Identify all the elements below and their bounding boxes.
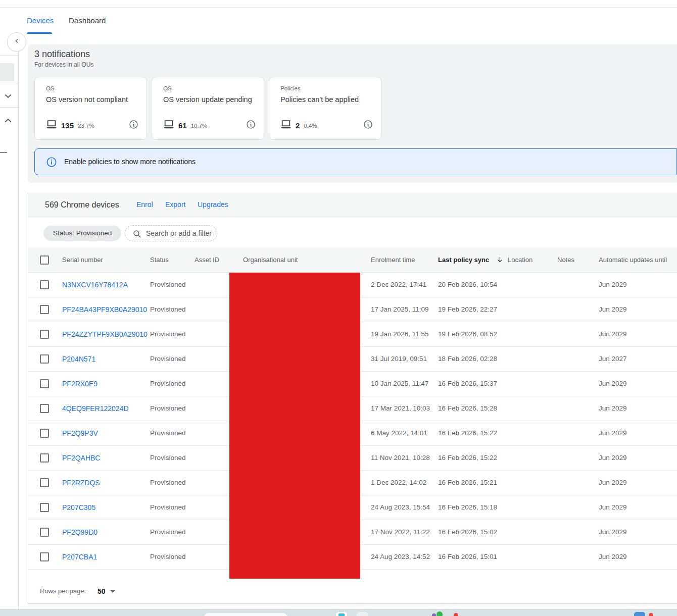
enrolment-time-cell: 31 Jul 2019, 09:51 bbox=[371, 347, 427, 371]
dock-blue-app-icon[interactable] bbox=[634, 612, 645, 616]
dock-red-dot-icon[interactable] bbox=[454, 613, 458, 616]
serial-number-link[interactable]: PF24BA43PF9XB0A29010 bbox=[62, 297, 147, 322]
last-policy-sync-cell: 18 Feb 2026, 02:28 bbox=[438, 347, 497, 371]
search-filter-input[interactable]: Search or add a filter bbox=[125, 225, 217, 241]
rows-per-page-label: Rows per page: bbox=[40, 579, 86, 604]
upgrades-link[interactable]: Upgrades bbox=[198, 192, 228, 217]
row-checkbox[interactable] bbox=[40, 552, 49, 561]
automatic-updates-cell: Jun 2029 bbox=[599, 446, 627, 470]
row-checkbox[interactable] bbox=[40, 280, 49, 289]
dock-search-pill[interactable] bbox=[204, 613, 288, 616]
select-all-checkbox[interactable] bbox=[40, 255, 49, 265]
last-policy-sync-cell: 16 Feb 2026, 15:18 bbox=[438, 495, 497, 520]
search-placeholder: Search or add a filter bbox=[146, 226, 212, 241]
serial-number-link[interactable]: PF2Q99D0 bbox=[62, 520, 98, 544]
automatic-updates-cell: Jun 2029 bbox=[599, 545, 627, 569]
column-header-last-policy-sync[interactable]: Last policy sync bbox=[438, 247, 504, 273]
column-header-organisational-unit[interactable]: Organisational unit bbox=[243, 247, 298, 273]
status-cell: Provisioned bbox=[150, 520, 186, 544]
dock-red-dot-icon[interactable] bbox=[649, 613, 653, 616]
chevron-down-icon[interactable] bbox=[2, 90, 14, 102]
last-policy-sync-cell: 16 Feb 2026, 15:22 bbox=[438, 421, 497, 445]
sort-descending-arrow-icon bbox=[496, 256, 504, 264]
chevron-up-icon[interactable] bbox=[2, 114, 14, 126]
column-header-notes[interactable]: Notes bbox=[557, 247, 574, 273]
status-cell: Provisioned bbox=[150, 322, 186, 346]
last-policy-sync-cell: 19 Feb 2026, 22:27 bbox=[438, 297, 497, 322]
enrol-link[interactable]: Enrol bbox=[136, 192, 153, 217]
info-icon[interactable] bbox=[363, 120, 373, 131]
export-link[interactable]: Export bbox=[165, 192, 185, 217]
serial-number-link[interactable]: PF2QAHBC bbox=[62, 446, 100, 470]
status-cell: Provisioned bbox=[150, 297, 186, 322]
dock-faint-app-icon[interactable] bbox=[357, 612, 368, 616]
sidebar-border bbox=[18, 33, 19, 609]
row-checkbox[interactable] bbox=[40, 379, 49, 388]
sidebar-selected-item[interactable] bbox=[0, 63, 14, 81]
automatic-updates-cell: Jun 2029 bbox=[599, 297, 627, 322]
rows-per-page-value[interactable]: 50 bbox=[98, 579, 106, 604]
laptop-icon bbox=[46, 120, 57, 131]
row-checkbox[interactable] bbox=[40, 354, 49, 364]
dock-purple-dot-icon[interactable] bbox=[432, 613, 436, 616]
serial-number-link[interactable]: PF24ZZYTPF9XB0A29010 bbox=[62, 322, 148, 346]
column-header-automatic-updates[interactable]: Automatic updates until bbox=[599, 247, 667, 273]
info-icon bbox=[46, 157, 57, 170]
dock-teal-app-icon[interactable] bbox=[336, 612, 347, 616]
serial-number-link[interactable]: PF2Q9P3V bbox=[62, 421, 98, 445]
enrolment-time-cell: 11 Nov 2021, 10:28 bbox=[371, 446, 430, 470]
serial-number-link[interactable]: P207CBA1 bbox=[62, 545, 97, 569]
serial-number-link[interactable]: PF2RZDQS bbox=[62, 471, 100, 495]
card-percent: 23.7% bbox=[78, 123, 94, 129]
serial-number-link[interactable]: P204N571 bbox=[62, 347, 95, 371]
filter-row: Status: Provisioned Search or add a filt… bbox=[28, 217, 677, 247]
notification-card-policies[interactable]: Policies Policies can't be applied 2 0.4… bbox=[269, 77, 381, 140]
serial-number-link[interactable]: N3NXCV16Y78412A bbox=[62, 273, 128, 297]
row-checkbox[interactable] bbox=[40, 404, 49, 413]
row-checkbox[interactable] bbox=[40, 330, 49, 339]
devices-table-card: 569 Chrome devices Enrol Export Upgrades… bbox=[28, 192, 677, 604]
tab-devices[interactable]: Devices bbox=[27, 16, 54, 25]
dock-strip bbox=[0, 609, 677, 616]
banner-text: Enable policies to show more notificatio… bbox=[64, 158, 196, 166]
card-percent: 10.7% bbox=[191, 123, 208, 129]
column-header-serial-number[interactable]: Serial number bbox=[62, 247, 103, 273]
row-checkbox[interactable] bbox=[40, 429, 49, 438]
automatic-updates-cell: Jun 2029 bbox=[599, 322, 627, 346]
notifications-title: 3 notifications bbox=[34, 49, 90, 60]
dock-green-dot-icon[interactable] bbox=[437, 611, 443, 616]
sidebar-divider bbox=[0, 84, 18, 84]
column-header-location[interactable]: Location bbox=[508, 247, 533, 273]
last-policy-sync-cell: 16 Feb 2026, 15:22 bbox=[438, 446, 497, 470]
row-checkbox[interactable] bbox=[40, 305, 49, 314]
column-header-asset-id[interactable]: Asset ID bbox=[195, 247, 219, 273]
row-checkbox[interactable] bbox=[40, 453, 49, 463]
serial-number-link[interactable]: 4QEQ9FER122024D bbox=[62, 396, 129, 421]
serial-number-link[interactable]: P207C305 bbox=[62, 495, 95, 520]
info-icon[interactable] bbox=[246, 120, 256, 131]
column-header-enrolment-time[interactable]: Enrolment time bbox=[371, 247, 415, 273]
notification-card-os-update-pending[interactable]: OS OS version update pending 61 10.7% bbox=[152, 77, 264, 140]
status-filter-chip[interactable]: Status: Provisioned bbox=[43, 226, 121, 241]
row-checkbox[interactable] bbox=[40, 503, 49, 512]
device-count-title: 569 Chrome devices bbox=[45, 192, 119, 217]
card-title: Policies can't be applied bbox=[280, 95, 359, 104]
sidebar-collapse-button[interactable] bbox=[7, 32, 26, 52]
last-policy-sync-cell: 16 Feb 2026, 15:02 bbox=[438, 520, 497, 544]
automatic-updates-cell: Jun 2029 bbox=[599, 495, 627, 520]
dropdown-caret-icon[interactable] bbox=[110, 590, 115, 593]
status-cell: Provisioned bbox=[150, 545, 186, 569]
serial-number-link[interactable]: PF2RX0E9 bbox=[62, 372, 98, 396]
status-cell: Provisioned bbox=[150, 347, 186, 371]
enrolment-time-cell: 2 Dec 2022, 17:41 bbox=[371, 273, 426, 297]
card-percent: 0.4% bbox=[304, 123, 317, 129]
info-icon[interactable] bbox=[129, 120, 138, 131]
redacted-organisational-unit-column bbox=[229, 273, 360, 579]
sidebar-divider bbox=[0, 56, 18, 56]
tab-dashboard[interactable]: Dashboard bbox=[69, 16, 106, 25]
column-header-status[interactable]: Status bbox=[150, 247, 169, 273]
notification-card-os-not-compliant[interactable]: OS OS version not compliant 135 23.7% bbox=[34, 77, 147, 140]
row-checkbox[interactable] bbox=[40, 528, 49, 537]
card-category: OS bbox=[163, 85, 172, 91]
row-checkbox[interactable] bbox=[40, 478, 49, 487]
